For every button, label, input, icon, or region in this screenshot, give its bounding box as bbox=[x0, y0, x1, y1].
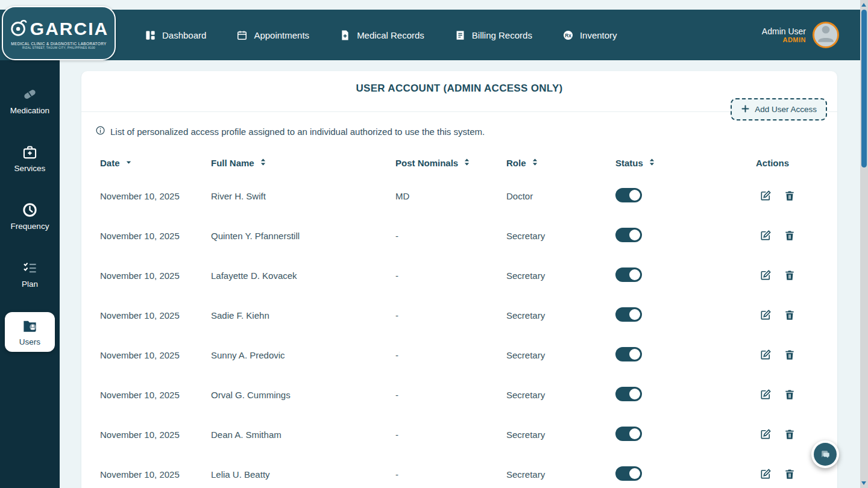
medical-file-icon bbox=[339, 30, 351, 41]
scrollbar-thumb[interactable] bbox=[861, 10, 867, 167]
cell-post-nominals: - bbox=[395, 350, 506, 360]
sidebar-item-medication[interactable]: Medication bbox=[5, 81, 55, 120]
column-label: Status bbox=[615, 158, 643, 168]
delete-button[interactable] bbox=[784, 269, 796, 281]
status-toggle[interactable] bbox=[615, 387, 642, 401]
trash-icon bbox=[784, 230, 796, 242]
status-toggle[interactable] bbox=[615, 307, 642, 322]
edit-button[interactable] bbox=[760, 269, 772, 281]
users-table: Date Full Name Post Nominals Role Status… bbox=[100, 149, 819, 488]
column-header-full-name[interactable]: Full Name bbox=[211, 158, 395, 168]
status-toggle[interactable] bbox=[615, 267, 642, 282]
delete-button[interactable] bbox=[784, 309, 796, 321]
column-label: Full Name bbox=[211, 158, 254, 168]
user-name: Admin User bbox=[762, 27, 806, 36]
edit-icon bbox=[760, 349, 772, 361]
cell-full-name: Lafayette D. Kovacek bbox=[211, 271, 395, 281]
sort-arrows-icon bbox=[464, 158, 470, 168]
sidebar-item-frequency[interactable]: Frequency bbox=[5, 196, 55, 236]
cell-post-nominals: - bbox=[395, 271, 506, 281]
cell-full-name: Sadie F. Kiehn bbox=[211, 310, 395, 321]
edit-icon bbox=[760, 468, 772, 480]
edit-button[interactable] bbox=[760, 389, 772, 401]
nav-label: Inventory bbox=[580, 30, 617, 40]
edit-button[interactable] bbox=[760, 468, 772, 480]
table-header-row: Date Full Name Post Nominals Role Status… bbox=[100, 149, 819, 176]
sidebar-item-label: Services bbox=[14, 164, 46, 173]
table-row: November 10, 2025 Dean A. Smitham - Secr… bbox=[100, 414, 819, 454]
cell-post-nominals: - bbox=[395, 430, 506, 440]
column-header-post-nominals[interactable]: Post Nominals bbox=[395, 158, 506, 168]
cell-role: Secretary bbox=[506, 271, 615, 281]
chat-bubbles-icon bbox=[814, 443, 837, 466]
delete-button[interactable] bbox=[784, 230, 796, 242]
status-toggle[interactable] bbox=[615, 466, 642, 481]
medical-bag-icon bbox=[22, 144, 38, 160]
column-header-date[interactable]: Date bbox=[100, 158, 211, 168]
brand-tagline: MEDICAL CLINIC & DIAGNOSTIC LABORATORY bbox=[11, 42, 106, 46]
cell-role: Secretary bbox=[506, 469, 615, 480]
nav-item-medical-records[interactable]: Medical Records bbox=[339, 30, 424, 41]
column-header-status[interactable]: Status bbox=[615, 158, 756, 168]
user-role-badge: ADMIN bbox=[762, 36, 806, 43]
nav-item-billing-records[interactable]: Billing Records bbox=[454, 30, 532, 41]
scroll-down-arrow-icon[interactable] bbox=[861, 481, 866, 485]
cell-role: Secretary bbox=[506, 231, 615, 241]
delete-button[interactable] bbox=[784, 349, 796, 361]
nav-item-appointments[interactable]: Appointments bbox=[236, 30, 309, 41]
cell-date: November 10, 2025 bbox=[100, 469, 211, 480]
column-header-actions: Actions bbox=[756, 158, 819, 168]
delete-button[interactable] bbox=[784, 428, 796, 440]
edit-button[interactable] bbox=[760, 428, 772, 440]
status-toggle[interactable] bbox=[615, 188, 642, 202]
description-text: List of personalized access profile assi… bbox=[110, 127, 485, 137]
avatar[interactable] bbox=[813, 22, 839, 48]
cell-full-name: Sunny A. Predovic bbox=[211, 350, 395, 360]
chat-fab-button[interactable] bbox=[811, 440, 839, 468]
sidebar-item-services[interactable]: Services bbox=[5, 139, 55, 178]
cell-full-name: Quinten Y. Pfannerstill bbox=[211, 231, 395, 241]
column-header-role[interactable]: Role bbox=[506, 158, 615, 168]
delete-button[interactable] bbox=[784, 468, 796, 480]
edit-button[interactable] bbox=[760, 349, 772, 361]
pill-icon bbox=[22, 86, 38, 102]
clock-icon bbox=[22, 202, 38, 218]
scroll-up-arrow-icon[interactable] bbox=[861, 3, 866, 7]
delete-button[interactable] bbox=[784, 389, 796, 401]
status-toggle[interactable] bbox=[615, 228, 642, 242]
user-menu[interactable]: Admin User ADMIN bbox=[762, 10, 839, 60]
main-nav: Dashboard Appointments Medical Records B… bbox=[145, 30, 617, 41]
edit-button[interactable] bbox=[760, 190, 772, 202]
cell-post-nominals: - bbox=[395, 469, 506, 480]
status-toggle[interactable] bbox=[615, 347, 642, 361]
edit-button[interactable] bbox=[760, 230, 772, 242]
edit-button[interactable] bbox=[760, 309, 772, 321]
nav-item-inventory[interactable]: Rx Inventory bbox=[562, 30, 617, 41]
brand-logo[interactable]: GARCIA MEDICAL CLINIC & DIAGNOSTIC LABOR… bbox=[2, 6, 116, 60]
table-row: November 10, 2025 Quinten Y. Pfannerstil… bbox=[100, 216, 819, 255]
sort-arrows-icon bbox=[260, 158, 266, 168]
cell-date: November 10, 2025 bbox=[100, 271, 211, 281]
status-toggle[interactable] bbox=[615, 427, 642, 441]
sort-arrows-icon bbox=[649, 158, 655, 168]
nav-label: Medical Records bbox=[357, 30, 424, 40]
trash-icon bbox=[784, 349, 796, 361]
sidebar-item-users[interactable]: Users bbox=[5, 312, 55, 352]
trash-icon bbox=[784, 468, 796, 480]
add-user-access-button[interactable]: Add User Access bbox=[731, 98, 827, 120]
top-navbar: GARCIA MEDICAL CLINIC & DIAGNOSTIC LABOR… bbox=[0, 10, 860, 60]
cell-role: Secretary bbox=[506, 310, 615, 321]
user-folder-icon bbox=[22, 318, 38, 334]
delete-button[interactable] bbox=[784, 190, 796, 202]
checklist-icon bbox=[22, 260, 38, 276]
table-row: November 10, 2025 Orval G. Cummings - Se… bbox=[100, 375, 819, 414]
nav-item-dashboard[interactable]: Dashboard bbox=[145, 30, 206, 41]
garcia-circle-logo-icon bbox=[9, 17, 30, 40]
sidebar-item-plan[interactable]: Plan bbox=[5, 254, 55, 294]
vertical-scrollbar[interactable] bbox=[860, 0, 868, 488]
cell-date: November 10, 2025 bbox=[100, 231, 211, 241]
plus-icon bbox=[741, 104, 750, 115]
edit-icon bbox=[760, 230, 772, 242]
column-label: Date bbox=[100, 158, 120, 168]
edit-icon bbox=[760, 309, 772, 321]
